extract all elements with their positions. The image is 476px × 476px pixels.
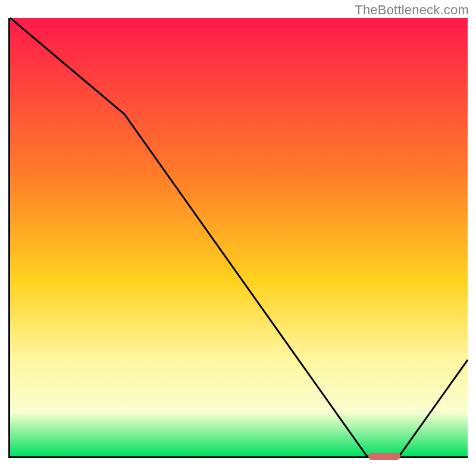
watermark-text: TheBottleneck.com xyxy=(355,2,469,18)
chart-background xyxy=(10,18,468,456)
optimal-range-marker xyxy=(368,453,400,460)
chart-plot-area xyxy=(8,18,468,458)
chart-svg xyxy=(10,18,468,456)
